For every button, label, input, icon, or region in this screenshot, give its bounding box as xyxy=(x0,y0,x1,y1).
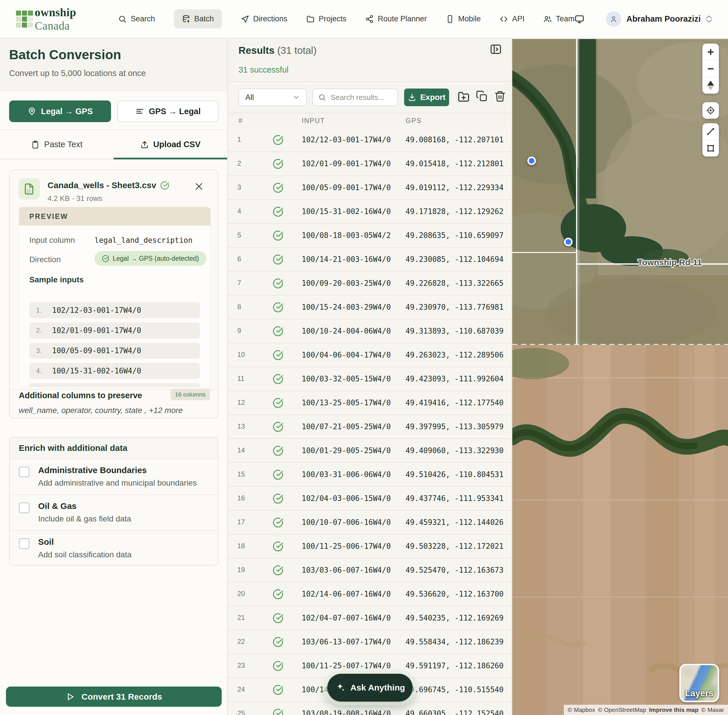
table-row[interactable]: 5 100/08-18-003-05W4/2 49.208635, -110.6… xyxy=(228,224,512,247)
soil-checkbox[interactable] xyxy=(19,538,30,549)
tab-upload-csv[interactable]: Upload CSV xyxy=(113,130,227,159)
success-count: 31 successful xyxy=(238,65,289,75)
collapse-panel-button[interactable] xyxy=(490,43,502,56)
row-number: 5 xyxy=(237,231,247,239)
table-row[interactable]: 2 102/01-09-001-17W4/0 49.015418, -112.2… xyxy=(228,152,512,176)
clipboard-icon xyxy=(31,140,39,149)
measure-distance-button[interactable] xyxy=(702,123,719,140)
table-row[interactable]: 18 100/11-25-006-17W4/0 49.503228, -112.… xyxy=(228,534,512,558)
locate-button[interactable] xyxy=(702,102,719,119)
remove-file-button[interactable] xyxy=(194,182,204,191)
nav-item-search[interactable]: Search xyxy=(118,15,155,23)
nav-item-projects[interactable]: Projects xyxy=(306,15,347,23)
search-results-box[interactable] xyxy=(312,89,398,106)
oil-gas-checkbox[interactable] xyxy=(19,502,30,513)
sample-input-item: 1. 102/12-03-001-17W4/0 xyxy=(29,302,200,318)
table-row[interactable]: 3 100/05-09-001-17W4/0 49.019112, -112.2… xyxy=(228,176,512,200)
improve-map-link[interactable]: Improve this map xyxy=(649,706,698,713)
well-location-dot[interactable] xyxy=(528,157,536,165)
table-row[interactable]: 12 100/13-25-005-17W4/0 49.419416, -112.… xyxy=(228,391,512,415)
osm-credit[interactable]: © OpenStreetMap xyxy=(598,706,646,713)
user-name: Abraham Poorazizi xyxy=(626,14,701,24)
copy-results-button[interactable] xyxy=(476,90,488,102)
ask-anything-button[interactable]: Ask Anything xyxy=(327,674,413,701)
table-row[interactable]: 6 100/14-21-003-16W4/0 49.230085, -112.1… xyxy=(228,247,512,272)
mapbox-credit[interactable]: © Mapbox xyxy=(568,706,595,713)
nav-item-mobile[interactable]: Mobile xyxy=(446,15,481,23)
row-number: 25 xyxy=(237,709,247,715)
row-gps-value: 49.419416, -112.177540 xyxy=(405,398,503,407)
filter-select[interactable]: All xyxy=(238,89,307,106)
nav-item-directions[interactable]: Directions xyxy=(241,15,288,23)
user-menu[interactable]: Abraham Poorazizi xyxy=(606,11,712,27)
tab-paste-text[interactable]: Paste Text xyxy=(0,130,113,159)
locate-icon xyxy=(706,106,715,115)
admin-boundaries-checkbox[interactable] xyxy=(19,466,30,477)
nav-item-batch-active[interactable]: Batch xyxy=(174,9,222,29)
search-input[interactable] xyxy=(330,93,391,102)
satellite-map[interactable]: Township Rd 11 + − Layers © Mapbox © Ope… xyxy=(512,39,728,715)
option-label: Oil & Gas xyxy=(38,501,77,511)
table-row[interactable]: 20 102/14-06-007-16W4/0 49.536620, -112.… xyxy=(228,582,512,606)
table-row[interactable]: 11 100/03-32-005-15W4/0 49.423093, -111.… xyxy=(228,367,512,391)
results-title: Results (31 total) xyxy=(238,45,317,56)
additional-columns-label: Additional columns to preserve xyxy=(19,391,142,400)
sample-value: 102/01-09-001-17W4/0 xyxy=(52,326,141,335)
well-location-dot[interactable] xyxy=(564,238,573,246)
zoom-in-button[interactable]: + xyxy=(702,44,719,60)
save-to-project-button[interactable] xyxy=(457,90,470,103)
table-row[interactable]: 21 102/04-07-007-16W4/0 49.540235, -112.… xyxy=(228,606,512,630)
nav-item-route-planner[interactable]: Route Planner xyxy=(365,15,427,23)
row-input-value: 100/08-18-003-05W4/2 xyxy=(301,231,391,240)
row-input-value: 100/14-21-003-16W4/0 xyxy=(301,255,391,264)
nav-item-team[interactable]: Team xyxy=(543,15,574,23)
table-row[interactable]: 7 100/09-20-003-25W4/0 49.226828, -113.3… xyxy=(228,272,512,296)
display-mode-button[interactable] xyxy=(574,14,584,24)
delete-results-button[interactable] xyxy=(494,90,506,102)
row-gps-value: 49.696745, -110.515540 xyxy=(405,685,503,694)
row-number: 8 xyxy=(237,303,247,311)
folder-plus-icon xyxy=(457,90,470,103)
table-row[interactable]: 9 100/10-24-004-06W4/0 49.313893, -110.6… xyxy=(228,319,512,343)
map-imagery xyxy=(512,39,728,715)
export-button[interactable]: Export xyxy=(404,89,449,106)
zoom-out-button[interactable]: − xyxy=(702,60,719,77)
measure-area-button[interactable] xyxy=(702,140,719,157)
check-circle-icon xyxy=(273,421,283,432)
table-row[interactable]: 25 103/08-19-008-16W4/0 49.660305, -112.… xyxy=(228,702,512,715)
table-row[interactable]: 4 100/15-31-002-16W4/0 49.171828, -112.1… xyxy=(228,200,512,224)
maxar-credit[interactable]: © Maxar xyxy=(701,706,724,713)
table-row[interactable]: 19 103/03-06-007-16W4/0 49.525470, -112.… xyxy=(228,558,512,582)
convert-records-button[interactable]: Convert 31 Records xyxy=(6,686,222,707)
col-input: INPUT xyxy=(301,117,325,125)
gps-to-legal-button[interactable]: GPS → Legal xyxy=(117,101,219,122)
table-row[interactable]: 17 100/10-07-006-16W4/0 49.459321, -112.… xyxy=(228,511,512,534)
legal-to-gps-button[interactable]: Legal → GPS xyxy=(9,101,111,122)
brand-name: ownship Canada xyxy=(35,6,92,32)
table-row[interactable]: 8 100/15-24-003-29W4/0 49.230970, -113.7… xyxy=(228,296,512,319)
table-row[interactable]: 1 102/12-03-001-17W4/0 49.008168, -112.2… xyxy=(228,128,512,152)
lines-icon xyxy=(135,107,144,116)
row-input-value: 100/09-20-003-25W4/0 xyxy=(301,279,391,288)
table-row[interactable]: 13 100/07-21-005-25W4/0 49.397995, -113.… xyxy=(228,415,512,439)
check-circle-icon xyxy=(273,541,283,552)
compass-button[interactable] xyxy=(702,77,719,94)
row-gps-value: 49.423093, -111.992604 xyxy=(405,374,503,383)
row-gps-value: 49.263023, -112.289506 xyxy=(405,351,503,359)
brand-logo[interactable]: ownship Canada xyxy=(16,6,92,32)
layers-button[interactable]: Layers xyxy=(679,664,719,702)
row-gps-value: 49.660305, -112.152540 xyxy=(405,709,503,715)
table-row[interactable]: 22 103/06-13-007-17W4/0 49.558434, -112.… xyxy=(228,630,512,654)
table-row[interactable]: 15 100/03-31-006-06W4/0 49.510426, -110.… xyxy=(228,463,512,487)
enrich-option-oilgas: Oil & Gas Include oil & gas field data xyxy=(10,495,218,531)
row-input-value: 102/12-03-001-17W4/0 xyxy=(301,136,391,144)
table-row[interactable]: 14 100/01-29-005-25W4/0 49.409060, -113.… xyxy=(228,439,512,463)
table-row[interactable]: 10 100/04-06-004-17W4/0 49.263023, -112.… xyxy=(228,343,512,367)
check-circle-icon xyxy=(273,708,283,715)
sample-input-item: 5. 100/08-18-003-05W4/2 xyxy=(29,383,200,387)
table-row[interactable]: 16 102/04-03-006-15W4/0 49.437746, -111.… xyxy=(228,487,512,511)
row-input-value: 103/08-19-008-16W4/0 xyxy=(301,709,391,715)
nav-item-api[interactable]: API xyxy=(499,15,525,23)
row-input-value: 100/05-09-001-17W4/0 xyxy=(301,183,391,192)
row-input-value: 100/13-25-005-17W4/0 xyxy=(301,398,391,407)
